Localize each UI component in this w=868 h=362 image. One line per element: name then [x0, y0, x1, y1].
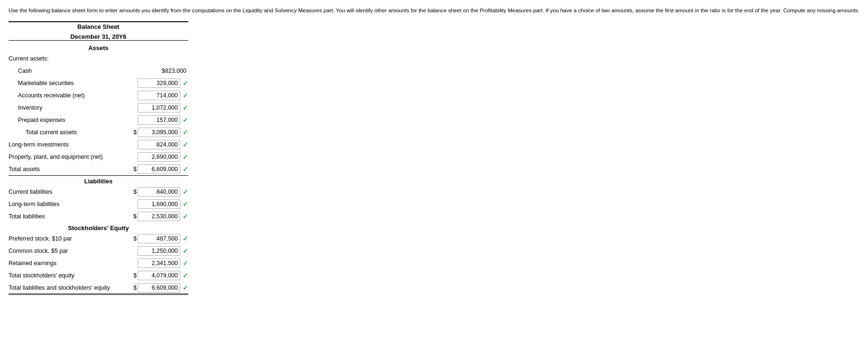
long-term-investments-check-icon: ✓: [183, 141, 188, 148]
total-se-dollar: $: [132, 272, 137, 279]
total-assets-row: Total assets $ ✓: [9, 163, 188, 176]
total-current-assets-row: Total current assets $ ✓: [9, 126, 188, 138]
total-liab-se-row: Total liabilities and stockholders' equi…: [9, 282, 188, 295]
preferred-stock-row: Preferred stock, $10 par $ ✓: [9, 233, 188, 245]
ppe-row: Property, plant, and equipment (net) ✓: [9, 151, 188, 163]
prepaid-expenses-label: Prepaid expenses: [9, 117, 138, 123]
inventory-row: Inventory ✓: [9, 102, 188, 114]
common-stock-label: Common stock, $5 par: [9, 248, 138, 254]
retained-earnings-check-icon: ✓: [183, 259, 188, 267]
preferred-stock-label: Preferred stock, $10 par: [9, 235, 132, 242]
total-liab-se-input[interactable]: [138, 283, 180, 293]
common-stock-row: Common stock, $5 par ✓: [9, 245, 188, 257]
inventory-input[interactable]: [138, 103, 180, 112]
liabilities-section-header: Liabilities: [9, 176, 188, 186]
current-liabilities-check-icon: ✓: [183, 188, 188, 196]
inventory-label: Inventory: [9, 104, 138, 111]
common-stock-check-icon: ✓: [183, 247, 188, 255]
total-liabilities-label: Total liabilities: [9, 213, 132, 220]
accounts-receivable-input[interactable]: [138, 91, 180, 100]
preferred-stock-dollar: $: [132, 235, 137, 242]
total-se-check-icon: ✓: [183, 272, 188, 279]
retained-earnings-label: Retained earnings: [9, 260, 138, 267]
prepaid-expenses-input[interactable]: [138, 115, 180, 125]
total-assets-check-icon: ✓: [183, 165, 188, 173]
total-assets-input[interactable]: [138, 164, 180, 174]
prepaid-expenses-check-icon: ✓: [183, 116, 188, 124]
total-assets-label: Total assets: [9, 166, 132, 172]
total-liab-se-dollar: $: [132, 284, 137, 291]
long-term-investments-row: Long-term investments ✓: [9, 138, 188, 151]
ppe-check-icon: ✓: [183, 153, 188, 161]
long-term-investments-input[interactable]: [138, 140, 180, 149]
total-liabilities-check-icon: ✓: [183, 213, 188, 220]
current-assets-row: Current assets:: [9, 52, 188, 65]
prepaid-expenses-row: Prepaid expenses ✓: [9, 114, 188, 126]
total-liabilities-input[interactable]: [138, 212, 180, 221]
marketable-securities-input[interactable]: [138, 78, 180, 88]
common-stock-input[interactable]: [138, 246, 180, 256]
retained-earnings-row: Retained earnings ✓: [9, 257, 188, 269]
retained-earnings-input[interactable]: [138, 259, 180, 268]
total-se-input[interactable]: [138, 271, 180, 280]
total-liab-se-check-icon: ✓: [183, 284, 188, 292]
inventory-check-icon: ✓: [183, 104, 188, 112]
preferred-stock-check-icon: ✓: [183, 235, 188, 242]
total-liabilities-dollar: $: [132, 213, 137, 220]
ppe-input[interactable]: [138, 152, 180, 162]
current-liabilities-label: Current liabilities: [9, 189, 132, 195]
marketable-securities-check-icon: ✓: [183, 79, 188, 87]
long-term-liabilities-row: Long-term liabilities ✓: [9, 198, 188, 210]
current-assets-label: Current assets:: [9, 55, 188, 62]
accounts-receivable-row: Accounts receivable (net) ✓: [9, 89, 188, 102]
current-liabilities-input[interactable]: [138, 187, 180, 197]
instructions-text: Use the following balance sheet form to …: [9, 7, 859, 15]
total-current-assets-label: Total current assets: [9, 129, 132, 136]
balance-sheet-title: Balance Sheet: [9, 21, 188, 32]
current-liabilities-dollar: $: [132, 189, 137, 195]
marketable-securities-row: Marketable securities ✓: [9, 77, 188, 89]
total-current-assets-check-icon: ✓: [183, 129, 188, 136]
cash-label: Cash: [9, 68, 146, 74]
total-se-label: Total stockholders' equity: [9, 272, 132, 279]
total-se-row: Total stockholders' equity $ ✓: [9, 269, 188, 282]
total-liab-se-label: Total liabilities and stockholders' equi…: [9, 284, 132, 291]
cash-row: Cash $823,000: [9, 65, 188, 77]
long-term-investments-label: Long-term investments: [9, 141, 138, 148]
current-liabilities-row: Current liabilities $ ✓: [9, 186, 188, 198]
total-assets-dollar: $: [132, 166, 137, 172]
preferred-stock-input[interactable]: [138, 234, 180, 243]
long-term-liabilities-label: Long-term liabilities: [9, 201, 138, 207]
balance-sheet-date: December 31, 20Y6: [9, 33, 188, 41]
long-term-liabilities-input[interactable]: [138, 199, 180, 209]
stockholders-equity-section-header: Stockholders' Equity: [9, 223, 188, 233]
balance-sheet-container: Balance Sheet December 31, 20Y6 Assets C…: [9, 21, 188, 295]
ppe-label: Property, plant, and equipment (net): [9, 154, 138, 160]
accounts-receivable-label: Accounts receivable (net): [9, 92, 138, 99]
total-current-assets-dollar: $: [132, 129, 137, 136]
accounts-receivable-check-icon: ✓: [183, 92, 188, 99]
cash-value: $823,000: [146, 67, 188, 75]
total-current-assets-input[interactable]: [138, 128, 180, 137]
total-liabilities-row: Total liabilities $ ✓: [9, 210, 188, 223]
long-term-liabilities-check-icon: ✓: [183, 200, 188, 208]
assets-section-header: Assets: [9, 43, 188, 52]
marketable-securities-label: Marketable securities: [9, 80, 138, 86]
